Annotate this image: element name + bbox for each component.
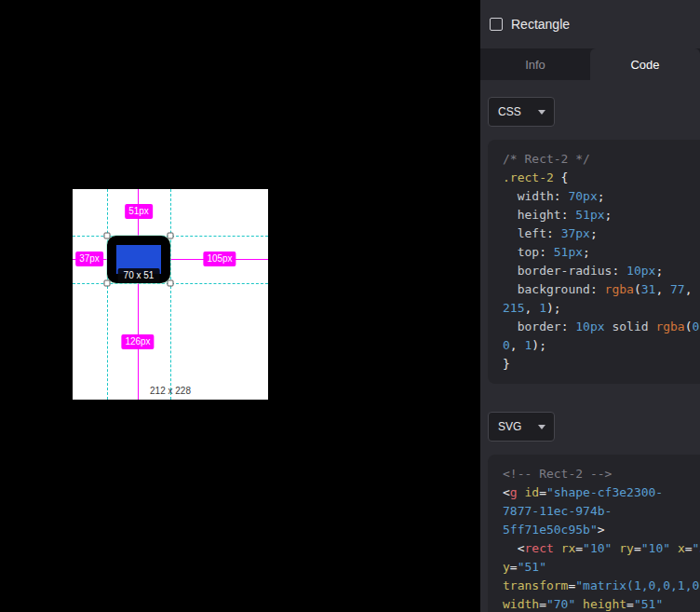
inspect-panel: Rectangle Info Code CSS /* Rect-2 */.rec… <box>480 0 700 612</box>
resize-handle-sw[interactable] <box>104 280 111 287</box>
code-tab-content: CSS /* Rect-2 */.rect-2 { width: 70px; h… <box>480 80 700 612</box>
guide-line-vertical-right <box>170 189 171 400</box>
chevron-down-icon <box>538 110 545 115</box>
svg-code-block[interactable]: <!-- Rect-2 --><g id="shape-cf3e2300-787… <box>488 455 700 612</box>
css-format-select[interactable]: CSS <box>488 97 555 127</box>
panel-tabs: Info Code <box>480 48 700 80</box>
chevron-down-icon <box>538 425 545 429</box>
artboard[interactable]: 51px 37px 105px 126px 70 x 51 212 x 228 <box>73 189 268 400</box>
measure-badge-left: 37px <box>75 252 103 266</box>
resize-handle-ne[interactable] <box>168 233 174 239</box>
measure-badge-top: 51px <box>125 204 153 219</box>
svg-format-select[interactable]: SVG <box>488 412 555 442</box>
measure-badge-right: 105px <box>203 252 236 266</box>
shape-checkbox[interactable] <box>490 18 503 31</box>
guide-line-vertical-left <box>107 189 108 400</box>
panel-header: Rectangle <box>480 0 700 48</box>
resize-handle-se[interactable] <box>168 280 174 287</box>
shape-name-label: Rectangle <box>511 17 570 32</box>
measure-badge-bottom: 126px <box>121 334 154 349</box>
resize-handle-nw[interactable] <box>104 233 111 239</box>
shape-size-badge: 70 x 51 <box>118 268 160 283</box>
board-size-label: 212 x 228 <box>73 386 268 396</box>
tab-code[interactable]: Code <box>590 48 700 80</box>
css-code-block[interactable]: /* Rect-2 */.rect-2 { width: 70px; heigh… <box>488 140 700 384</box>
svg-format-value: SVG <box>498 420 521 433</box>
canvas-viewport[interactable]: 51px 37px 105px 126px 70 x 51 212 x 228 <box>0 0 480 612</box>
css-format-value: CSS <box>498 105 521 118</box>
tab-info[interactable]: Info <box>480 48 590 80</box>
